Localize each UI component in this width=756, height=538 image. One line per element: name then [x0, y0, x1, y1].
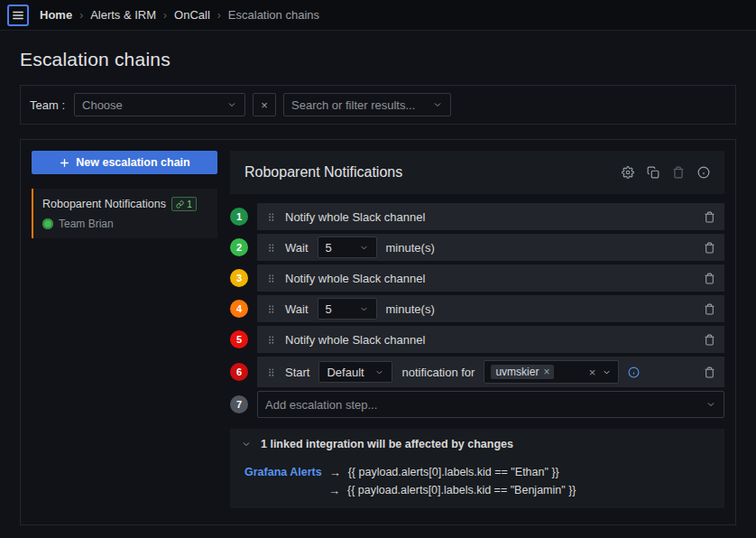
step-row: Notify whole Slack channel	[257, 203, 724, 230]
step-label: Notify whole Slack channel	[285, 210, 425, 224]
chevron-down-icon	[602, 367, 612, 377]
clear-team-filter-button[interactable]: ×	[253, 93, 276, 116]
chevron-down-icon	[226, 99, 237, 110]
route-arrow: →	[328, 484, 340, 497]
wait-duration-select[interactable]: 5	[318, 298, 377, 320]
escalation-step-6: 6 Start Default notification for uvmskie…	[230, 357, 724, 387]
escalation-chains-panel: New escalation chain Roboparent Notifica…	[20, 139, 736, 525]
escalation-step-7: 7 Add escalation step...	[230, 391, 724, 418]
delete-chain-icon[interactable]	[672, 166, 685, 179]
drag-handle-icon[interactable]	[266, 334, 276, 346]
breadcrumb-escalation-chains: Escalation chains	[228, 8, 319, 22]
step-row: Notify whole Slack channel	[257, 326, 724, 353]
drag-handle-icon[interactable]	[266, 303, 276, 315]
remove-user-tag-button[interactable]: ×	[543, 366, 549, 378]
chain-team-name: Team Brian	[59, 218, 114, 230]
wait-duration-value: 5	[326, 302, 332, 316]
team-select[interactable]: Choose	[74, 93, 245, 116]
route-expression: {{ payload.alerts[0].labels.kid == "Benj…	[347, 484, 576, 496]
wait-duration-select[interactable]: 5	[318, 237, 377, 258]
step-number-badge: 3	[230, 269, 248, 287]
delete-step-icon[interactable]	[704, 366, 715, 378]
team-filter-label: Team :	[30, 98, 65, 112]
delete-step-icon[interactable]	[704, 334, 715, 346]
drag-handle-icon[interactable]	[266, 242, 276, 254]
breadcrumb-separator: ›	[163, 9, 167, 22]
linked-integrations-toggle[interactable]: 1 linked integration will be affected by…	[230, 429, 724, 459]
escalation-step-5: 5 Notify whole Slack channel	[230, 326, 724, 353]
chevron-down-icon	[359, 243, 369, 253]
step-label: Start	[285, 366, 309, 379]
add-escalation-step-select[interactable]: Add escalation step...	[257, 391, 724, 418]
add-escalation-step-placeholder: Add escalation step...	[265, 398, 377, 412]
step-label: Notify whole Slack channel	[285, 272, 425, 285]
route-expression: {{ payload.alerts[0].labels.kid == "Etha…	[348, 466, 559, 478]
filter-bar: Team : Choose × Search or filter results…	[20, 85, 736, 125]
notification-type-select[interactable]: Default	[318, 361, 392, 383]
step-label: Wait	[285, 241, 309, 255]
selected-user-tag: uvmskier ×	[491, 365, 554, 379]
escalation-step-2: 2 Wait 5 minute(s)	[230, 234, 724, 261]
chevron-down-icon	[432, 99, 443, 110]
drag-handle-icon[interactable]	[266, 366, 276, 378]
team-select-value: Choose	[82, 98, 123, 112]
drag-handle-icon[interactable]	[266, 273, 276, 284]
escalation-step-4: 4 Wait 5 minute(s)	[230, 295, 724, 322]
team-avatar	[42, 218, 53, 229]
step-number-badge: 6	[230, 363, 248, 381]
chain-detail-title: Roboparent Notifications	[244, 164, 402, 181]
selected-user-name: uvmskier	[495, 366, 539, 378]
chain-detail-header: Roboparent Notifications	[230, 151, 724, 194]
delete-step-icon[interactable]	[704, 242, 715, 254]
step-label: Notify whole Slack channel	[285, 333, 425, 347]
linked-integrations-body: Grafana Alerts → {{ payload.alerts[0].la…	[230, 459, 724, 508]
menu-button[interactable]	[7, 5, 29, 26]
escalation-steps-list: 1 Notify whole Slack channel 2 Wait	[230, 203, 724, 418]
chevron-down-icon	[359, 304, 369, 314]
search-filter-select[interactable]: Search or filter results...	[283, 93, 451, 116]
step-label-suffix: minute(s)	[386, 241, 435, 255]
drag-handle-icon[interactable]	[266, 211, 276, 223]
new-escalation-chain-label: New escalation chain	[76, 156, 189, 169]
linked-count: 1	[187, 199, 192, 209]
info-icon[interactable]	[697, 166, 710, 179]
step-label: Wait	[285, 302, 309, 316]
top-nav: Home › Alerts & IRM › OnCall › Escalatio…	[0, 0, 756, 31]
hamburger-icon	[12, 9, 24, 22]
linked-integrations-panel: 1 linked integration will be affected by…	[230, 429, 724, 508]
link-icon	[176, 200, 184, 209]
chevron-down-icon	[705, 399, 716, 410]
search-filter-placeholder: Search or filter results...	[291, 98, 415, 112]
chain-list-item[interactable]: Roboparent Notifications 1 Team Brian	[32, 189, 217, 238]
new-escalation-chain-button[interactable]: New escalation chain	[32, 151, 217, 174]
settings-icon[interactable]	[622, 166, 634, 179]
step-row: Wait 5 minute(s)	[257, 234, 724, 261]
delete-step-icon[interactable]	[704, 211, 715, 223]
delete-step-icon[interactable]	[704, 303, 715, 315]
step-number-badge: 2	[230, 238, 248, 256]
page-title: Escalation chains	[20, 49, 736, 70]
breadcrumb-separator: ›	[217, 9, 221, 22]
step-row: Wait 5 minute(s)	[257, 295, 724, 322]
chain-list-sidebar: New escalation chain Roboparent Notifica…	[32, 151, 217, 514]
breadcrumb-alerts-irm[interactable]: Alerts & IRM	[90, 8, 156, 22]
clear-users-button[interactable]: ×	[589, 366, 596, 379]
step-label-mid: notification for	[401, 366, 475, 379]
breadcrumb-oncall[interactable]: OnCall	[174, 8, 210, 22]
chevron-down-icon	[374, 367, 384, 377]
chain-name: Roboparent Notifications	[42, 198, 166, 210]
wait-duration-value: 5	[326, 241, 332, 255]
notify-users-multiselect[interactable]: uvmskier × ×	[484, 360, 619, 384]
breadcrumb-home[interactable]: Home	[40, 8, 72, 22]
step-number-badge: 1	[230, 208, 248, 226]
breadcrumb-separator: ›	[79, 9, 83, 22]
step-label-suffix: minute(s)	[386, 302, 435, 316]
step-row: Start Default notification for uvmskier …	[257, 357, 724, 387]
breadcrumb: Home › Alerts & IRM › OnCall › Escalatio…	[40, 8, 319, 22]
copy-icon[interactable]	[647, 166, 659, 179]
important-info-icon[interactable]	[628, 366, 640, 378]
step-number-badge: 4	[230, 300, 248, 318]
integration-link[interactable]: Grafana Alerts	[244, 466, 322, 478]
escalation-step-1: 1 Notify whole Slack channel	[230, 203, 724, 230]
delete-step-icon[interactable]	[704, 273, 715, 284]
